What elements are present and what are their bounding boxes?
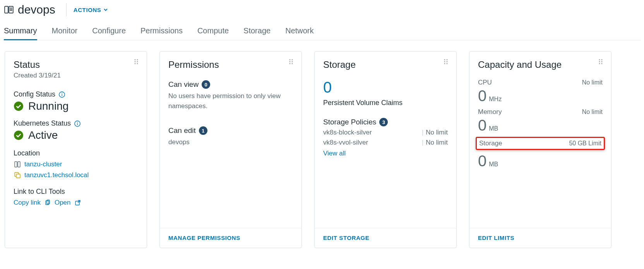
capacity-card-title: Capacity and Usage xyxy=(478,59,603,70)
pvc-count: 0 xyxy=(323,79,448,95)
cpu-value: 0 xyxy=(478,88,486,103)
policy-name: vk8s-vvol-silver xyxy=(323,139,368,147)
tab-permissions[interactable]: Permissions xyxy=(140,26,183,40)
svg-point-7 xyxy=(135,61,136,62)
view-all-link[interactable]: View all xyxy=(323,150,346,157)
permissions-card: Permissions Can view 0 No users have per… xyxy=(159,51,302,248)
tab-storage[interactable]: Storage xyxy=(243,26,271,40)
can-edit-label: Can edit xyxy=(168,126,196,135)
svg-point-17 xyxy=(77,122,78,122)
storage-unit: MB xyxy=(489,161,498,168)
edit-limits-button[interactable]: EDIT LIMITS xyxy=(478,235,514,241)
svg-point-34 xyxy=(447,59,448,60)
page-header: devops ACTIONS xyxy=(3,2,641,21)
memory-value: 0 xyxy=(478,117,486,133)
can-edit-user: devops xyxy=(168,137,293,147)
cli-tools-label: Link to CLI Tools xyxy=(14,188,138,196)
drag-handle-icon[interactable] xyxy=(134,59,140,65)
namespace-icon xyxy=(4,5,14,15)
svg-point-28 xyxy=(292,59,293,60)
storage-card-title: Storage xyxy=(323,59,448,70)
cluster-icon xyxy=(14,160,21,168)
edit-storage-button[interactable]: EDIT STORAGE xyxy=(323,235,369,241)
status-created: Created 3/19/21 xyxy=(14,72,138,79)
svg-point-30 xyxy=(292,61,293,62)
tab-monitor[interactable]: Monitor xyxy=(52,26,78,40)
tab-summary[interactable]: Summary xyxy=(4,26,37,40)
svg-rect-1 xyxy=(9,6,13,13)
vcenter-icon xyxy=(14,171,21,179)
memory-limit: No limit xyxy=(582,109,603,116)
svg-point-13 xyxy=(62,93,62,93)
storage-card: Storage 0 Persistent Volume Claims Stora… xyxy=(314,51,457,248)
namespace-name: devops xyxy=(18,3,55,16)
storage-policy-row: vk8s-block-silver |No limit xyxy=(323,129,448,136)
svg-rect-19 xyxy=(15,162,17,167)
policy-limit: No limit xyxy=(426,129,448,136)
open-link-button[interactable]: Open xyxy=(55,199,71,207)
pvc-label: Persistent Volume Claims xyxy=(323,99,448,107)
svg-point-40 xyxy=(601,59,603,60)
svg-point-10 xyxy=(137,63,138,64)
memory-label: Memory xyxy=(478,108,502,116)
can-view-desc: No users have permission to only view na… xyxy=(168,91,293,111)
storage-policy-row: vk8s-vvol-silver |No limit xyxy=(323,139,448,147)
success-icon xyxy=(14,101,24,111)
header-divider xyxy=(66,3,67,16)
svg-point-32 xyxy=(292,63,293,64)
svg-point-18 xyxy=(14,131,23,140)
config-status-label: Config Status xyxy=(14,90,55,98)
copy-icon[interactable] xyxy=(45,200,51,206)
cpu-limit: No limit xyxy=(582,79,603,86)
policy-name: vk8s-block-silver xyxy=(323,129,372,136)
svg-rect-22 xyxy=(16,174,20,178)
svg-point-43 xyxy=(599,63,600,64)
svg-point-37 xyxy=(444,63,445,64)
cluster-link[interactable]: tanzu-cluster xyxy=(24,160,62,168)
status-card: Status Created 3/19/21 Config Status Run… xyxy=(5,51,147,248)
storage-policies-label: Storage Policies xyxy=(323,118,376,126)
policy-limit: No limit xyxy=(426,139,448,146)
drag-handle-icon[interactable] xyxy=(598,59,604,65)
vcenter-link[interactable]: tanzuvc1.techsol.local xyxy=(24,171,89,179)
storage-label: Storage xyxy=(479,140,502,147)
svg-line-26 xyxy=(78,200,80,203)
cpu-label: CPU xyxy=(478,79,492,86)
chevron-down-icon xyxy=(103,7,108,12)
tab-configure[interactable]: Configure xyxy=(92,26,126,40)
cpu-unit: MHz xyxy=(489,96,502,103)
success-icon xyxy=(14,130,24,140)
actions-label: ACTIONS xyxy=(74,7,101,13)
tab-compute[interactable]: Compute xyxy=(197,26,229,40)
storage-limit: 50 GB Limit xyxy=(569,140,601,147)
svg-point-14 xyxy=(14,102,23,111)
info-icon[interactable] xyxy=(58,91,65,98)
location-label: Location xyxy=(14,149,138,157)
tab-network[interactable]: Network xyxy=(285,26,313,40)
drag-handle-icon[interactable] xyxy=(288,59,295,65)
svg-point-29 xyxy=(289,61,291,62)
memory-unit: MB xyxy=(489,125,498,132)
svg-point-44 xyxy=(601,63,603,64)
svg-point-36 xyxy=(447,61,448,62)
svg-point-35 xyxy=(444,61,445,62)
actions-dropdown[interactable]: ACTIONS xyxy=(74,7,108,13)
config-status-value: Running xyxy=(28,100,69,112)
k8s-status-label: Kubernetes Status xyxy=(14,119,71,128)
svg-point-31 xyxy=(289,63,291,64)
copy-link-button[interactable]: Copy link xyxy=(14,199,41,207)
can-view-label: Can view xyxy=(168,80,199,89)
manage-permissions-button[interactable]: MANAGE PERMISSIONS xyxy=(168,235,240,241)
k8s-status-value: Active xyxy=(28,129,58,141)
info-icon[interactable] xyxy=(74,120,81,127)
drag-handle-icon[interactable] xyxy=(443,59,449,65)
storage-highlight-box: Storage 50 GB Limit xyxy=(476,137,605,150)
svg-point-38 xyxy=(447,63,448,64)
capacity-card: Capacity and Usage CPU No limit 0 MHz Me… xyxy=(469,51,611,248)
svg-point-8 xyxy=(137,61,138,62)
svg-point-39 xyxy=(599,59,600,60)
svg-point-9 xyxy=(135,63,136,64)
svg-point-6 xyxy=(137,59,138,60)
external-link-icon[interactable] xyxy=(75,200,81,206)
svg-point-5 xyxy=(135,59,136,60)
